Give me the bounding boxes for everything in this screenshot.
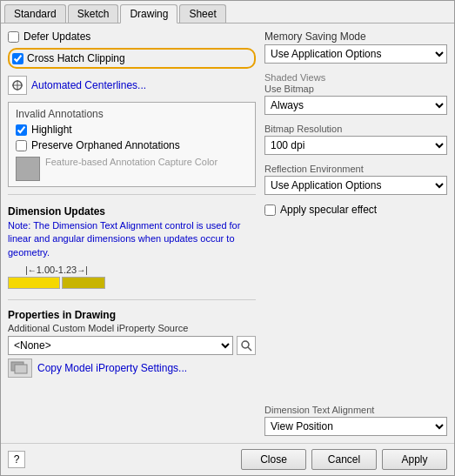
bitmap-resolution-select[interactable]: 100 dpi 72 dpi 150 dpi 300 dpi <box>264 136 447 155</box>
preserve-row: Preserve Orphaned Annotations <box>16 139 248 151</box>
tab-standard[interactable]: Standard <box>4 4 66 23</box>
highlight-row: Highlight <box>16 124 248 136</box>
cross-hatch-box: Cross Hatch Clipping <box>8 48 256 69</box>
apply-button[interactable]: Apply <box>382 449 447 470</box>
cancel-button[interactable]: Cancel <box>311 449 377 470</box>
defer-updates-row: Defer Updates <box>8 30 256 43</box>
defer-updates-label: Defer Updates <box>23 30 90 43</box>
tab-drawing[interactable]: Drawing <box>120 4 177 23</box>
centerlines-row: Automated Centerlines... <box>8 76 256 95</box>
shaded-views-label: Shaded Views <box>264 72 447 83</box>
reflection-label: Reflection Environment <box>264 164 447 174</box>
memory-select[interactable]: Use Application Options Always Never <box>264 44 447 64</box>
bitmap-resolution-section: Bitmap Resolution 100 dpi 72 dpi 150 dpi… <box>264 124 447 155</box>
copy-settings-icon <box>10 361 30 375</box>
dim-arrow-line: |← 1.00-1.23 →| <box>25 265 88 275</box>
annotation-color-row: Feature-based Annotation Capture Color <box>16 157 248 181</box>
svg-rect-6 <box>15 365 27 373</box>
dimension-note: Note: The Dimension Text Alignment contr… <box>8 219 256 259</box>
highlight-checkbox[interactable] <box>16 124 27 136</box>
reflection-select[interactable]: Use Application Options Always Never <box>264 176 447 195</box>
invalid-annotations-label: Invalid Annotations <box>16 108 248 120</box>
annotation-color-swatch[interactable] <box>16 157 40 181</box>
view-position-select[interactable]: View Position Above Dimension Line Inlin… <box>264 417 447 436</box>
reflection-section: Reflection Environment Use Application O… <box>264 164 447 195</box>
memory-section: Memory Saving Mode Use Application Optio… <box>264 30 447 64</box>
copy-link[interactable]: Copy Model iProperty Settings... <box>37 362 187 374</box>
centerlines-label[interactable]: Automated Centerlines... <box>31 79 146 91</box>
copy-icon <box>8 359 32 378</box>
invalid-annotations-group: Invalid Annotations Highlight Preserve O… <box>8 102 256 187</box>
defer-updates-checkbox[interactable] <box>8 31 19 43</box>
tab-sheet[interactable]: Sheet <box>179 4 225 23</box>
divider-2 <box>8 299 256 300</box>
use-bitmap-label: Use Bitmap <box>264 84 447 94</box>
help-icon: ? <box>14 453 20 466</box>
dim-bars <box>8 277 105 289</box>
properties-section-label: Properties in Drawing <box>8 309 256 321</box>
browse-icon <box>240 339 252 352</box>
none-select-row: <None> <box>8 336 256 355</box>
help-icon-btn[interactable]: ? <box>8 451 25 468</box>
use-bitmap-select[interactable]: Always Never Use Application Options <box>264 96 447 115</box>
specular-row: Apply specular effect <box>264 204 447 216</box>
additional-label: Additional Custom Model iProperty Source <box>8 323 256 333</box>
svg-line-4 <box>248 347 251 351</box>
dim-text-alignment-label: Dimension Text Alignment <box>264 405 447 415</box>
cross-hatch-checkbox[interactable] <box>12 53 23 64</box>
left-arrow-icon: |← <box>25 265 37 275</box>
preserve-checkbox[interactable] <box>16 140 27 151</box>
preserve-label: Preserve Orphaned Annotations <box>31 139 180 151</box>
dim-arrow-block: |← 1.00-1.23 →| <box>8 265 105 289</box>
memory-label: Memory Saving Mode <box>264 30 447 43</box>
dimension-section: Dimension Updates Note: The Dimension Te… <box>8 202 256 292</box>
annotation-capture-label: Feature-based Annotation Capture Color <box>45 157 217 167</box>
shaded-views-section: Shaded Views Use Bitmap Always Never Use… <box>264 72 447 115</box>
close-button[interactable]: Close <box>241 449 306 470</box>
highlight-label: Highlight <box>31 124 72 136</box>
svg-point-3 <box>242 341 249 348</box>
properties-section: Properties in Drawing Additional Custom … <box>8 309 256 378</box>
specular-checkbox[interactable] <box>264 204 276 216</box>
bottom-bar: ? Close Cancel Apply <box>1 443 454 475</box>
specular-label: Apply specular effect <box>280 204 377 216</box>
dim-value: 1.00-1.23 <box>37 265 77 275</box>
dim-bar-left <box>8 277 60 289</box>
tab-sketch[interactable]: Sketch <box>68 4 119 23</box>
dimension-section-label: Dimension Updates <box>8 205 256 218</box>
divider-1 <box>8 194 256 195</box>
bitmap-resolution-label: Bitmap Resolution <box>264 124 447 134</box>
right-arrow-icon: →| <box>77 265 88 275</box>
dim-alignment-section: Dimension Text Alignment View Position A… <box>264 398 447 436</box>
none-select[interactable]: <None> <box>8 336 233 355</box>
tabs-bar: Standard Sketch Drawing Sheet <box>1 1 454 23</box>
right-panel: Memory Saving Mode Use Application Optio… <box>264 30 447 436</box>
content-area: Defer Updates Cross Hatch Clipping Autom… <box>1 23 454 443</box>
left-panel: Defer Updates Cross Hatch Clipping Autom… <box>8 30 256 436</box>
browse-icon-btn[interactable] <box>237 336 256 355</box>
centerlines-icon <box>11 79 23 91</box>
centerlines-icon-btn[interactable] <box>8 76 27 95</box>
dimension-visual: |← 1.00-1.23 →| <box>8 265 256 289</box>
copy-row: Copy Model iProperty Settings... <box>8 359 256 378</box>
dialog: Standard Sketch Drawing Sheet Defer Upda… <box>0 0 455 476</box>
dim-bar-right <box>62 277 105 289</box>
cross-hatch-label: Cross Hatch Clipping <box>27 52 125 64</box>
